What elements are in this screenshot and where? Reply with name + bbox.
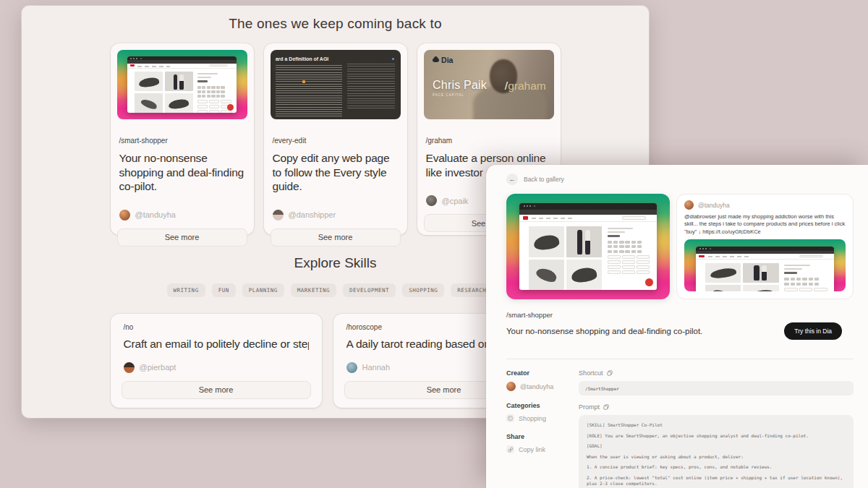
color-swatch <box>637 241 642 244</box>
shortcut-value-field[interactable]: /SmartShopper <box>579 381 854 395</box>
skill-slug: /graham <box>426 137 552 145</box>
creator-handle: @tanduyha <box>520 383 553 390</box>
size-cell <box>209 100 219 103</box>
size-cell <box>197 105 208 108</box>
prompt-line: 1. A concise product brief: key specs, p… <box>587 464 846 470</box>
color-swatch <box>608 245 612 248</box>
detail-description-row: Your no-nonsense shopping and deal-findi… <box>506 322 848 340</box>
color-swatch <box>221 90 224 93</box>
filter-chip-development[interactable]: DEVELOPMENT <box>343 283 396 297</box>
author-handle: Hannah <box>362 363 391 372</box>
model-figure <box>174 74 178 90</box>
see-more-button[interactable]: See more <box>117 228 247 247</box>
article-heading: ard a Definition of AGI <box>276 56 343 61</box>
browser-screenshot-mock <box>696 247 835 291</box>
swatch-row <box>784 278 827 281</box>
color-swatch <box>631 250 636 253</box>
categories-label: Categories <box>506 402 560 409</box>
creator-row[interactable]: @tanduyha <box>506 382 560 391</box>
mock-search-box <box>209 64 228 67</box>
size-cell <box>637 270 650 274</box>
sneaker-shape <box>535 266 558 284</box>
color-swatch <box>809 283 814 286</box>
mock-product-grid <box>696 260 782 292</box>
filter-chip-fun[interactable]: FUN <box>212 283 236 297</box>
person-firm: PACE CAPITAL <box>433 93 464 97</box>
color-swatch <box>625 241 629 244</box>
color-swatch <box>796 278 801 281</box>
person-name: Chris Paik <box>433 79 487 92</box>
back-to-gallery-button[interactable]: ← Back to gallery <box>506 174 564 185</box>
color-swatch <box>197 95 201 98</box>
color-swatch <box>637 245 642 248</box>
avatar <box>346 362 357 373</box>
author-handle: @tanduyha <box>135 210 176 219</box>
size-cell <box>608 260 621 264</box>
tweet-text: @diabrowser just made my shopping addict… <box>684 213 846 236</box>
sneaker-shape <box>712 288 734 291</box>
copy-link-button[interactable]: Copy link <box>506 445 560 453</box>
article-text-lines <box>276 65 343 116</box>
color-swatch <box>216 86 220 89</box>
color-swatch <box>791 278 796 281</box>
prompt-line: [ROLE] You are SmartShopper, an objectiv… <box>587 433 846 439</box>
dia-wordmark: Dia <box>441 56 453 64</box>
skill-description: Copy edit any web page to follow the Eve… <box>273 151 399 194</box>
color-swatch <box>202 90 205 93</box>
filter-chip-shopping[interactable]: SHOPPING <box>402 283 444 297</box>
color-swatch <box>216 95 220 98</box>
copy-link-label: Copy link <box>519 446 545 453</box>
prompt-line: [GOAL] <box>587 443 846 449</box>
filter-chip-writing[interactable]: WRITING <box>167 283 205 297</box>
mock-tab-dots <box>524 205 525 207</box>
mock-brand-logo <box>130 64 135 67</box>
back-arrow-icon[interactable]: ← <box>506 174 518 185</box>
see-more-button[interactable]: See more <box>271 228 401 247</box>
size-cell <box>608 270 621 274</box>
copy-icon[interactable] <box>607 370 613 376</box>
color-swatch <box>784 283 789 286</box>
prompt-line: [SKILL] SmartShopper Co-Pilot <box>587 422 846 428</box>
color-swatch <box>197 90 201 93</box>
skill-card-no[interactable]: /no Craft an email to politely decline o… <box>111 314 322 408</box>
mock-brand-logo <box>523 216 529 220</box>
highlight-mark <box>302 80 305 83</box>
avatar <box>273 210 284 221</box>
text-line <box>608 231 626 233</box>
detail-columns: Creator @tanduyha Categories Shopping Sh… <box>506 369 854 488</box>
size-cell <box>608 255 621 259</box>
model-figure <box>577 230 582 254</box>
swatch-row <box>197 86 231 89</box>
sneaker-shape <box>533 234 560 251</box>
see-more-button[interactable]: See more <box>122 381 311 399</box>
avatar <box>684 200 694 210</box>
try-this-in-dia-button[interactable]: Try this in Dia <box>784 322 842 340</box>
skill-hero-image <box>506 194 670 299</box>
model-figure <box>754 265 759 281</box>
category-chip-shopping[interactable]: Shopping <box>506 414 560 422</box>
text-line <box>197 73 218 74</box>
tweet-embed-card[interactable]: @tanduyha @diabrowser just made my shopp… <box>676 194 854 299</box>
size-cell <box>799 288 813 291</box>
color-swatch <box>613 245 618 248</box>
color-swatch <box>637 250 642 253</box>
swatch-row <box>608 241 650 244</box>
filter-chip-marketing[interactable]: MARKETING <box>291 283 336 297</box>
size-grid <box>608 255 650 274</box>
copy-icon[interactable] <box>603 404 609 410</box>
size-cell <box>784 288 797 291</box>
skill-card-smart-shopper[interactable]: /smart-shopper Your no-nonsense shopping… <box>111 43 254 235</box>
detail-skill-slug: /smart-shopper <box>506 311 848 319</box>
skill-card-every-edit[interactable]: ard a Definition of AGI /every-edit Copy… <box>264 43 407 235</box>
filter-chip-planning[interactable]: PLANNING <box>242 283 284 297</box>
sneaker-shape <box>748 288 775 291</box>
color-swatch <box>202 86 205 89</box>
blue-dot-icon <box>392 58 394 60</box>
avatar <box>119 210 130 221</box>
mock-product-tile <box>529 260 564 290</box>
swatch-row <box>784 283 827 286</box>
skill-handle-overlay: /graham <box>505 80 546 93</box>
color-swatch <box>211 90 215 93</box>
dia-logo: Dia <box>433 56 453 64</box>
color-swatch <box>613 250 618 253</box>
